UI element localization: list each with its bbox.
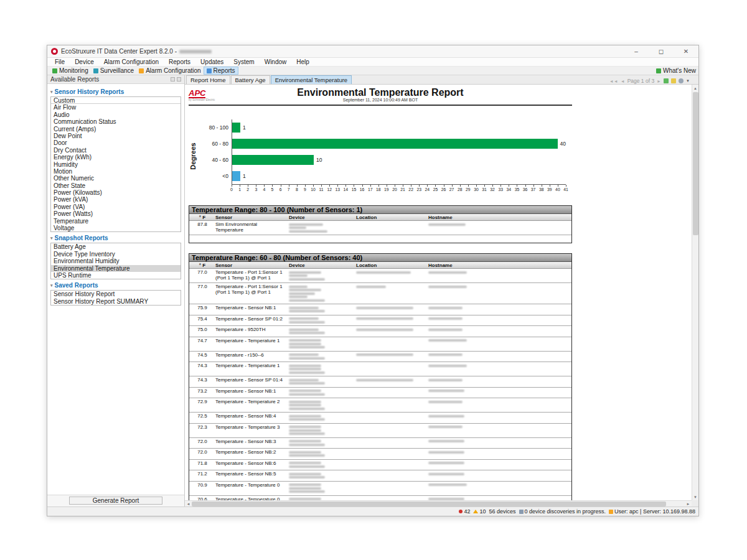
menu-system[interactable]: System <box>228 58 259 65</box>
report-list-item[interactable]: UPS Runtime <box>51 272 181 279</box>
report-list-item[interactable]: Audio <box>51 111 181 118</box>
report-list-item[interactable]: Other Numeric <box>51 175 181 182</box>
section-header-sensor-history-reports[interactable]: ▾Sensor History Reports <box>50 88 181 95</box>
horizontal-scrollbar[interactable]: ◄ ► <box>185 500 692 506</box>
tab-environmental-temperature[interactable]: Environmental Temperature <box>271 75 352 84</box>
tab-battery-age[interactable]: Battery Age <box>231 75 270 84</box>
save-report-icon[interactable] <box>671 78 676 83</box>
menu-help[interactable]: Help <box>291 58 314 65</box>
table-row: 73.2Temperature - Sensor NB:1 <box>189 388 571 399</box>
report-list-item[interactable]: Environmental Humidity <box>51 258 181 264</box>
report-list-item[interactable]: Device Type Inventory <box>51 251 181 258</box>
report-list-item[interactable]: Temperature <box>51 218 181 225</box>
redacted-text-line <box>356 271 411 274</box>
cell-hostname <box>428 306 571 314</box>
redacted-text-line <box>289 415 321 418</box>
report-list-item[interactable]: Door <box>51 139 181 146</box>
report-list-item[interactable]: Battery Age <box>51 243 181 250</box>
scroll-left-icon[interactable]: ◄ <box>185 502 192 506</box>
prev-page-icon[interactable]: ◄ <box>621 79 625 83</box>
chart-tick-label: 17 <box>368 187 373 192</box>
report-list-item[interactable]: Humidity <box>51 161 181 168</box>
report-list-item[interactable]: Dry Contact <box>51 147 181 154</box>
vertical-scroll-thumb[interactable] <box>693 92 698 235</box>
menu-device[interactable]: Device <box>70 58 99 65</box>
toolbar-item-monitoring[interactable]: Monitoring <box>50 67 91 75</box>
section-header-snapshot-reports[interactable]: ▾Snapshot Reports <box>50 235 181 241</box>
print-icon[interactable] <box>679 78 684 83</box>
cell-temperature: 74.7 <box>189 338 215 350</box>
toolbar-item-reports[interactable]: Reports <box>204 67 238 75</box>
column-header: Device <box>289 263 356 268</box>
critical-alarms-icon <box>459 510 463 513</box>
redacted-hostname <box>428 317 571 320</box>
column-header: Sensor <box>215 263 289 268</box>
report-list-item[interactable]: Current (Amps) <box>51 126 181 133</box>
cell-device <box>289 399 356 411</box>
report-list-item[interactable]: Energy (kWh) <box>51 154 181 161</box>
redacted-text-line <box>289 321 325 324</box>
menu-reports[interactable]: Reports <box>164 58 195 65</box>
chart-tick-label: 29 <box>466 187 471 192</box>
report-list-item[interactable]: Power (Watts) <box>51 210 181 217</box>
report-list-item[interactable]: Environmental Temperature <box>51 265 181 272</box>
panel-minimize-icon[interactable] <box>171 77 175 82</box>
toolbar-item-alarm-configuration[interactable]: Alarm Configuration <box>136 67 203 75</box>
toolbar-item-surveillance[interactable]: Surveillance <box>91 67 136 75</box>
minimize-button[interactable]: – <box>632 48 640 55</box>
cell-device <box>289 306 356 314</box>
menu-updates[interactable]: Updates <box>195 58 228 65</box>
redacted-text-line <box>428 286 467 288</box>
menu-file[interactable]: File <box>50 58 70 65</box>
report-list-item[interactable]: Power (Kilowatts) <box>51 189 181 196</box>
next-page-icon[interactable]: ► <box>657 79 661 83</box>
generate-report-button[interactable]: Generate Report <box>69 497 162 505</box>
section-header-saved-reports[interactable]: ▾Saved Reports <box>50 282 181 289</box>
panel-maximize-icon[interactable] <box>177 77 181 82</box>
chart-category-labels: 80 - 10060 - 8040 - 60<0 <box>197 119 232 193</box>
whats-new-label: What's New <box>663 67 696 74</box>
report-list-item[interactable]: Voltage <box>51 225 181 231</box>
report-list-item[interactable]: Power (VA) <box>51 203 181 210</box>
report-list-item[interactable]: Custom <box>51 97 181 104</box>
redacted-text-line <box>289 296 308 298</box>
chart-plot-area: 140101 <box>232 119 566 185</box>
report-list-item[interactable]: Sensor History Report <box>51 291 181 297</box>
report-list-item[interactable]: Other State <box>51 182 181 189</box>
cell-device <box>289 472 356 480</box>
scroll-up-icon[interactable]: ▲ <box>692 85 698 91</box>
cell-temperature: 75.9 <box>189 306 215 314</box>
report-tabstrip: Report HomeBattery AgeEnvironmental Temp… <box>185 75 698 85</box>
scroll-down-icon[interactable]: ▼ <box>692 493 698 500</box>
chart-bar-value: 1 <box>243 173 246 179</box>
report-list-item[interactable]: Motion <box>51 168 181 175</box>
report-options-dropdown-icon[interactable]: ▼ <box>686 79 690 83</box>
cell-device <box>289 327 356 335</box>
vertical-scrollbar[interactable]: ▲ ▼ <box>692 85 698 500</box>
report-list-item[interactable]: Air Flow <box>51 104 181 111</box>
chart-tick-label: 12 <box>327 187 332 192</box>
window-title-redacted-server <box>179 50 212 54</box>
menu-alarm-configuration[interactable]: Alarm Configuration <box>99 58 164 65</box>
scroll-right-icon[interactable]: ► <box>685 502 692 506</box>
tab-report-home[interactable]: Report Home <box>186 75 230 84</box>
cell-location <box>356 378 428 386</box>
report-list-item[interactable]: Communication Status <box>51 118 181 125</box>
maximize-button[interactable]: ◻ <box>657 48 665 55</box>
cell-temperature: 77.0 <box>189 270 215 281</box>
first-page-icon[interactable]: ◄◄ <box>609 79 618 83</box>
export-icon[interactable] <box>664 78 669 83</box>
discovery-status-icon <box>519 510 524 514</box>
perspective-toolbar: MonitoringSurveillanceAlarm Configuratio… <box>47 67 698 75</box>
close-button[interactable]: ✕ <box>682 48 690 55</box>
chart-tick-label: 5 <box>271 187 274 192</box>
cell-device <box>289 284 356 302</box>
whats-new-link[interactable]: What's New <box>656 67 698 74</box>
report-list-item[interactable]: Dew Point <box>51 133 181 139</box>
horizontal-scroll-thumb[interactable] <box>192 502 666 506</box>
menu-window[interactable]: Window <box>260 58 292 65</box>
chart-bar <box>232 171 240 181</box>
report-list-item[interactable]: Sensor History Report SUMMARY <box>51 298 181 305</box>
report-list-item[interactable]: Power (kVA) <box>51 196 181 203</box>
redacted-device <box>289 353 352 360</box>
